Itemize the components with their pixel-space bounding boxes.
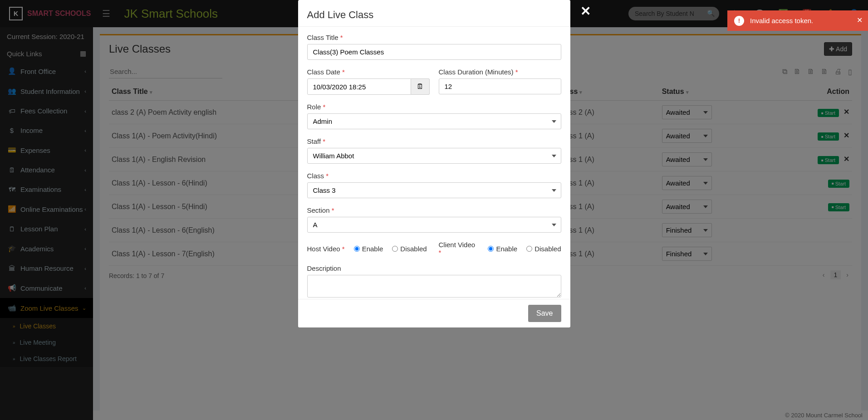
modal-close-icon[interactable]: ✕ [580, 4, 591, 19]
error-toast: ! Invalid access token. ✕ [727, 10, 868, 27]
add-live-class-modal: ✕ Add Live Class Class Title * Class Dat… [298, 0, 570, 27]
modal-title: Add Live Class [298, 0, 570, 27]
toast-close-icon[interactable]: ✕ [857, 16, 863, 24]
toast-message: Invalid access token. [750, 17, 813, 24]
alert-icon: ! [734, 16, 744, 26]
